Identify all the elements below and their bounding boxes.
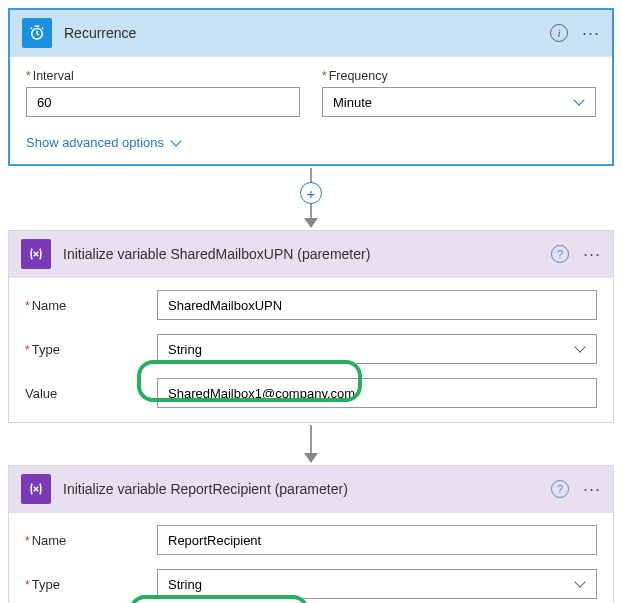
variable2-body: Name Type String Value (9, 513, 613, 603)
add-step-button[interactable]: + (300, 182, 322, 204)
arrow-down-icon (304, 453, 318, 463)
show-advanced-toggle[interactable]: Show advanced options (26, 135, 182, 150)
arrow-line (310, 425, 312, 453)
more-menu-button[interactable]: ··· (583, 480, 601, 498)
recurrence-header[interactable]: Recurrence i ··· (10, 10, 612, 57)
more-menu-button[interactable]: ··· (583, 245, 601, 263)
info-icon[interactable]: i (550, 24, 568, 42)
type-select[interactable]: String (157, 569, 597, 599)
type-label: Type (25, 342, 145, 357)
type-label: Type (25, 577, 145, 592)
recurrence-card: Recurrence i ··· Interval Frequency Minu… (8, 8, 614, 166)
arrow-line (310, 204, 312, 218)
frequency-value: Minute (333, 95, 372, 110)
variable1-body: Name Type String Value (9, 278, 613, 422)
variable1-title: Initialize variable SharedMailboxUPN (pa… (63, 246, 539, 262)
more-menu-button[interactable]: ··· (582, 24, 600, 42)
variable-card-reportrecipient: Initialize variable ReportRecipient (par… (8, 465, 614, 603)
clock-icon (22, 18, 52, 48)
recurrence-body: Interval Frequency Minute Show advanced … (10, 57, 612, 164)
value-label: Value (25, 386, 145, 401)
chevron-down-icon (576, 344, 586, 354)
variable-icon (21, 239, 51, 269)
variable2-header[interactable]: Initialize variable ReportRecipient (par… (9, 466, 613, 513)
type-value: String (168, 577, 202, 592)
name-input-field[interactable] (168, 298, 586, 313)
value-input[interactable] (157, 378, 597, 408)
frequency-select[interactable]: Minute (322, 87, 596, 117)
variable2-title: Initialize variable ReportRecipient (par… (63, 481, 539, 497)
name-label: Name (25, 533, 145, 548)
name-input-field[interactable] (168, 533, 586, 548)
interval-label: Interval (26, 69, 300, 83)
advanced-label: Show advanced options (26, 135, 164, 150)
help-icon[interactable]: ? (551, 245, 569, 263)
recurrence-title: Recurrence (64, 25, 538, 41)
name-label: Name (25, 298, 145, 313)
variable1-header[interactable]: Initialize variable SharedMailboxUPN (pa… (9, 231, 613, 278)
chevron-down-icon (576, 579, 586, 589)
interval-input-field[interactable] (37, 95, 289, 110)
chevron-down-icon (172, 138, 182, 148)
variable-card-sharedmailbox: Initialize variable SharedMailboxUPN (pa… (8, 230, 614, 423)
type-value: String (168, 342, 202, 357)
frequency-label: Frequency (322, 69, 596, 83)
interval-input[interactable] (26, 87, 300, 117)
help-icon[interactable]: ? (551, 480, 569, 498)
connector (0, 425, 622, 463)
connector-add: + (0, 168, 622, 228)
variable-icon (21, 474, 51, 504)
name-input[interactable] (157, 525, 597, 555)
chevron-down-icon (575, 97, 585, 107)
arrow-line (310, 168, 312, 182)
name-input[interactable] (157, 290, 597, 320)
value-input-field[interactable] (168, 386, 586, 401)
arrow-down-icon (304, 218, 318, 228)
type-select[interactable]: String (157, 334, 597, 364)
